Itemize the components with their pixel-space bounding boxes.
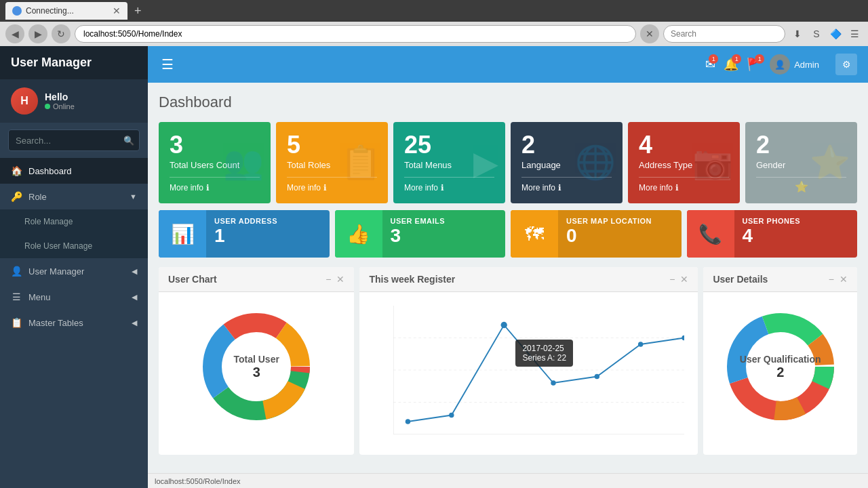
- user-details-header: User Details − ✕: [703, 267, 857, 292]
- stat-card-1[interactable]: 5 Total Roles More info ℹ 📋: [276, 122, 388, 203]
- sidebar-item-role-user-manage-label: Role User Manage: [24, 241, 92, 251]
- week-close-button[interactable]: ✕: [680, 274, 688, 285]
- user-details-actions: − ✕: [829, 274, 848, 285]
- info-card-icon-1: 👍: [335, 210, 382, 258]
- user-manager-icon: 👤: [11, 266, 22, 277]
- sidebar-search-input[interactable]: [8, 129, 140, 151]
- dashboard-icon: 🏠: [11, 165, 22, 176]
- sidebar-brand-title: User Manager: [11, 56, 92, 69]
- mail-button[interactable]: ✉1: [705, 57, 715, 72]
- info-icon-4: ℹ: [675, 183, 679, 192]
- topbar-actions: ✉1 🔔1 🚩1 👤 Admin: [705, 54, 819, 75]
- week-register-panel: This week Register − ✕: [359, 267, 698, 455]
- card-bg-icon-1: 📋: [340, 144, 381, 182]
- refresh-button[interactable]: ↻: [52, 24, 71, 43]
- donut-center-label: Total User: [233, 354, 279, 365]
- download-button[interactable]: ⬇: [789, 26, 806, 42]
- user-details-panel: User Details − ✕: [703, 267, 857, 455]
- sidebar-search: 🔍: [0, 123, 148, 158]
- sidebar-item-dashboard[interactable]: 🏠 Dashboard: [0, 158, 148, 184]
- sidebar-item-master-tables-label: Master Tables: [28, 318, 83, 328]
- info-card-title-2: USER MAP LOCATION: [566, 217, 673, 225]
- status-bar: localhost:5050/Role/Index: [148, 473, 868, 488]
- topbar-avatar: 👤: [770, 54, 790, 75]
- info-card-value-1: 3: [391, 225, 498, 247]
- search-icon: 🔍: [123, 136, 134, 146]
- sidebar-item-user-manager-label: User Manager: [28, 266, 84, 277]
- minimize-button[interactable]: −: [326, 274, 331, 285]
- week-register-body: 2017-02-25 Series A: 22: [359, 292, 698, 455]
- info-card-title-0: USER ADDRESS: [214, 217, 321, 225]
- menu-toggle-button[interactable]: ☰: [159, 54, 176, 75]
- stat-card-3[interactable]: 2 Language More info ℹ 🌐: [511, 122, 623, 203]
- settings-button[interactable]: ⚙: [835, 54, 857, 75]
- bell-button[interactable]: 🔔1: [724, 57, 738, 72]
- sidebar-item-user-manager[interactable]: 👤 User Manager ◀: [0, 258, 148, 284]
- user-chart-body: Total User 3: [159, 292, 354, 441]
- menu-nav-icon: ☰: [11, 291, 22, 302]
- back-button[interactable]: ◀: [5, 24, 24, 43]
- url-bar[interactable]: [75, 25, 636, 43]
- sidebar-item-role-manage-label: Role Manage: [24, 217, 73, 226]
- week-register-actions: − ✕: [669, 274, 688, 285]
- info-card-body-1: USER EMAILS 3: [382, 210, 506, 258]
- browser-chrome: Connecting... ✕ +: [0, 0, 868, 22]
- info-card-0: 📊 USER ADDRESS 1: [159, 210, 330, 258]
- info-card-title-3: USER PHONES: [743, 217, 850, 225]
- details-close-button[interactable]: ✕: [840, 274, 848, 285]
- sidebar-search-wrap: 🔍: [8, 129, 140, 151]
- flag-badge: 1: [755, 54, 764, 64]
- topbar-user-label: Admin: [794, 60, 819, 70]
- new-tab-button[interactable]: +: [134, 4, 142, 18]
- extension-button[interactable]: 🔷: [827, 26, 844, 42]
- card-bg-icon-4: 📷: [692, 144, 733, 182]
- week-register-title: This week Register: [369, 274, 455, 285]
- info-card-value-0: 1: [214, 225, 321, 247]
- donut-center: Total User 3: [233, 354, 279, 380]
- sidebar-item-role[interactable]: 🔑 Role ▼: [0, 184, 148, 209]
- sidebar-item-master-tables[interactable]: 📋 Master Tables ◀: [0, 310, 148, 336]
- stat-card-2[interactable]: 25 Total Menus More info ℹ ▶: [393, 122, 505, 203]
- url-clear-button[interactable]: ✕: [640, 24, 659, 43]
- svg-point-10: [449, 413, 454, 418]
- master-tables-icon: 📋: [11, 317, 22, 328]
- flag-button[interactable]: 🚩1: [747, 57, 762, 72]
- browser-search-input[interactable]: [663, 25, 785, 43]
- card-bg-icon-2: ▶: [473, 144, 498, 182]
- week-minimize-button[interactable]: −: [669, 274, 675, 285]
- topbar-user[interactable]: 👤 Admin: [770, 54, 819, 75]
- info-card-1: 👍 USER EMAILS 3: [335, 210, 506, 258]
- info-icon-0: ℹ: [206, 183, 210, 192]
- donut-chart: Total User 3: [165, 299, 347, 434]
- browser-controls: ◀ ▶ ↻ ✕ ⬇ S 🔷 ☰: [0, 22, 868, 46]
- browser-tab[interactable]: Connecting... ✕: [5, 2, 127, 20]
- info-card-title-1: USER EMAILS: [391, 217, 498, 225]
- menu-button[interactable]: ☰: [846, 26, 863, 42]
- sidebar-item-role-label: Role: [28, 192, 47, 202]
- info-card-value-3: 4: [743, 225, 850, 247]
- forward-button[interactable]: ▶: [28, 24, 47, 43]
- user-info: Hello Online: [45, 92, 137, 110]
- chevron-right-icon: ◀: [132, 267, 137, 276]
- info-card-2: 🗺 USER MAP LOCATION 0: [511, 210, 682, 258]
- dashboard-content: Dashboard 3 Total Users Count More info …: [148, 83, 868, 473]
- info-card-value-2: 0: [566, 225, 673, 247]
- skype-button[interactable]: S: [808, 26, 825, 42]
- stat-card-0[interactable]: 3 Total Users Count More info ℹ 👥: [159, 122, 271, 203]
- sidebar-item-role-user-manage[interactable]: Role User Manage: [0, 234, 148, 258]
- stat-card-4[interactable]: 4 Address Type More info ℹ 📷: [628, 122, 740, 203]
- bottom-panels: User Chart − ✕: [159, 267, 857, 455]
- close-button[interactable]: ✕: [336, 274, 344, 285]
- info-card-3: 📞 USER PHONES 4: [687, 210, 858, 258]
- info-cards: 📊 USER ADDRESS 1 👍 USER EMAILS 3 🗺 USER …: [159, 210, 857, 258]
- sidebar-item-role-manage[interactable]: Role Manage: [0, 209, 148, 234]
- card-bg-icon-0: 👥: [223, 144, 264, 182]
- stat-card-5[interactable]: 2 Gender ⭐ ⭐: [745, 122, 857, 203]
- details-minimize-button[interactable]: −: [829, 274, 834, 285]
- sidebar-item-menu[interactable]: ☰ Menu ◀: [0, 284, 148, 310]
- tab-close-button[interactable]: ✕: [113, 5, 121, 16]
- sidebar-nav: 🏠 Dashboard 🔑 Role ▼ Role Manage Role Us…: [0, 158, 148, 488]
- svg-point-14: [638, 342, 643, 347]
- info-card-body-3: USER PHONES 4: [734, 210, 858, 258]
- tab-favicon: [12, 6, 22, 16]
